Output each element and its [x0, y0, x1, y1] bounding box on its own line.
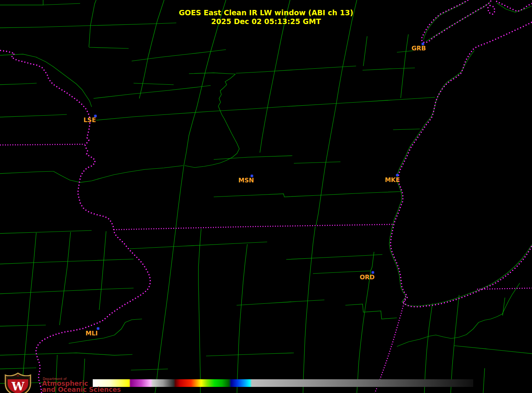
logo-name-line2: and Oceanic Sciences [42, 386, 121, 393]
station-dot [97, 327, 99, 330]
station-label: MSN [239, 177, 254, 184]
uw-crest-icon: W [5, 373, 31, 393]
station-label: GRB [411, 45, 426, 52]
station-dot [396, 174, 398, 176]
crest-letter: W [11, 380, 25, 393]
ir-enhancement-colorbar [93, 379, 473, 387]
station-label: MLI [85, 330, 98, 337]
crest-chief [8, 376, 28, 379]
goes-ir-map: GRB LSE MSN MKE ORD MLI GOES East Clean … [0, 0, 532, 393]
station-label: LSE [84, 116, 96, 124]
station-dot [372, 271, 374, 274]
ir-image-background [0, 0, 532, 393]
station-label: MKE [385, 176, 400, 184]
satellite-image-viewer: GRB LSE MSN MKE ORD MLI GOES East Clean … [0, 0, 532, 393]
image-timestamp: 2025 Dec 02 05:13:25 GMT [211, 17, 321, 26]
image-title: GOES East Clean IR LW window (ABI ch 13) [179, 8, 353, 17]
station-label: ORD [360, 274, 374, 281]
station: LSE [84, 115, 97, 124]
